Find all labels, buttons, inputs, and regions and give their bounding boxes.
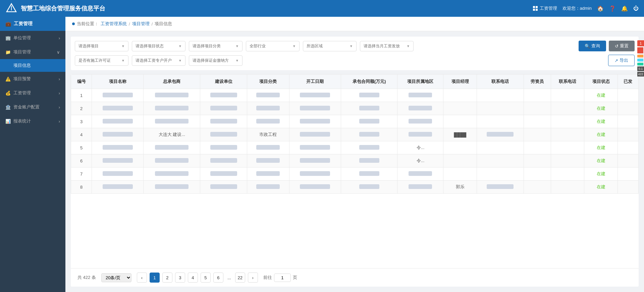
table-row[interactable]: 7 在建 xyxy=(71,167,639,181)
table-row[interactable]: 8 郭乐 在建 xyxy=(71,181,639,194)
sidebar-item-salary-mgmt[interactable]: 💰 工资管理 › xyxy=(0,86,65,100)
table-header-row: 编号 项目名称 总承包商 建设单位 项目分类 开工日期 承包合同额(万元) 项目… xyxy=(71,75,639,89)
page-goto-input[interactable] xyxy=(274,274,291,282)
sidebar-item-unit-mgmt[interactable]: 🏢 单位管理 › xyxy=(0,31,65,45)
chevron-down-icon: ▼ xyxy=(292,44,296,48)
panel-blue-item[interactable] xyxy=(637,59,643,61)
data-table-container: 编号 项目名称 总承包商 建设单位 项目分类 开工日期 承包合同额(万元) 项目… xyxy=(71,74,639,287)
salary-account-select[interactable]: 请选择工资专户开户 ▼ xyxy=(132,55,185,66)
cell-contractor: 大连大 建设... xyxy=(144,128,200,141)
col-category: 项目分类 xyxy=(247,75,289,89)
breadcrumb-sep-1: / xyxy=(129,21,130,27)
guarantee-payment-select[interactable]: 请选择保证金缴纳方 ▼ xyxy=(189,55,243,66)
construction-permit-select[interactable]: 是否有施工许可证 ▼ xyxy=(75,55,128,66)
cell-labor-phone xyxy=(551,89,584,102)
table-row[interactable]: 3 在建 xyxy=(71,115,639,128)
prev-page-button[interactable]: ‹ xyxy=(137,273,147,283)
cell-start-date xyxy=(289,115,341,128)
table-row[interactable]: 2 在建 xyxy=(71,102,639,115)
next-page-button[interactable]: › xyxy=(248,273,258,283)
col-name: 项目名称 xyxy=(92,75,144,89)
cell-builder xyxy=(200,128,247,141)
industry-select[interactable]: 全部行业 ▼ xyxy=(246,41,300,51)
col-contract-amount: 承包合同额(万元) xyxy=(341,75,397,89)
sidebar-item-project-info[interactable]: 项目信息 xyxy=(0,59,65,72)
page-size-select[interactable]: 20条/页 50条/页 100条/页 xyxy=(101,273,131,282)
chevron-right-icon: › xyxy=(59,91,60,96)
region-select[interactable]: 所选区域 ▼ xyxy=(303,41,357,51)
panel-red-item[interactable] xyxy=(637,47,643,53)
page-6-button[interactable]: 6 xyxy=(213,273,223,283)
sidebar-item-fund-account[interactable]: 🏦 资金账户配置 › xyxy=(0,100,65,114)
col-manager: 项目经理 xyxy=(443,75,477,89)
table-row[interactable]: 4 大连大 建设... 市政工程 ████ 在建 xyxy=(71,128,639,141)
cell-id: 5 xyxy=(71,141,92,154)
cell-region xyxy=(397,181,443,194)
col-region: 项目所属地区 xyxy=(397,75,443,89)
cell-start-date xyxy=(289,167,341,181)
sidebar-item-project-warning[interactable]: ⚠️ 项目预警 › xyxy=(0,72,65,86)
cell-id: 1 xyxy=(71,89,92,102)
cell-issued xyxy=(618,167,638,181)
project-status-select[interactable]: 请选择项目状态 ▼ xyxy=(132,41,185,51)
cell-start-date xyxy=(289,128,341,141)
table-row[interactable]: 1 在建 xyxy=(71,89,639,102)
query-button[interactable]: 🔍 查询 xyxy=(579,41,606,51)
help-icon[interactable]: ❓ xyxy=(609,5,616,12)
col-id: 编号 xyxy=(71,75,92,89)
home-icon[interactable]: 🏠 xyxy=(597,5,604,12)
reset-button[interactable]: ↺ 重置 xyxy=(609,41,635,51)
cell-region xyxy=(397,89,443,102)
panel-orange-item[interactable] xyxy=(637,55,643,57)
panel-green-item[interactable] xyxy=(637,63,643,65)
sidebar-item-report-stats[interactable]: 📊 报表统计 › xyxy=(0,114,65,128)
filter-row-2: 是否有施工许可证 ▼ 请选择工资专户开户 ▼ 请选择保证金缴纳方 ▼ ↗ xyxy=(75,55,635,66)
salary-month-select[interactable]: 请选择当月工资发放 ▼ xyxy=(360,41,414,51)
panel-badge: 1 xyxy=(637,40,644,46)
cell-issued xyxy=(618,89,638,102)
filter-row-1: 请选择项目 ▼ 请选择项目状态 ▼ 请选择项目分类 ▼ 全部行业 ▼ xyxy=(75,41,635,51)
cell-start-date xyxy=(289,89,341,102)
cell-issued xyxy=(618,141,638,154)
page-2-button[interactable]: 2 xyxy=(162,273,172,283)
cell-region xyxy=(397,115,443,128)
table-wrapper[interactable]: 编号 项目名称 总承包商 建设单位 项目分类 开工日期 承包合同额(万元) 项目… xyxy=(71,74,639,268)
project-select[interactable]: 请选择项目 ▼ xyxy=(75,41,128,51)
page-4-button[interactable]: 4 xyxy=(188,273,198,283)
filter-actions: 🔍 查询 ↺ 重置 xyxy=(579,41,635,51)
cell-phone xyxy=(477,89,524,102)
page-1-button[interactable]: 1 xyxy=(150,273,160,283)
page-5-button[interactable]: 5 xyxy=(201,273,211,283)
col-contractor: 总承包商 xyxy=(144,75,200,89)
layout: 💼 工资管理 🏢 单位管理 › 📁 项目管理 ∨ 项目信息 ⚠️ 项目预警 xyxy=(0,17,644,292)
building-icon: 🏢 xyxy=(5,36,11,41)
project-category-select[interactable]: 请选择项目分类 ▼ xyxy=(189,41,243,51)
cell-name xyxy=(92,181,144,194)
cell-start-date xyxy=(289,181,341,194)
breadcrumb-item-3: 项目信息 xyxy=(155,21,172,27)
grid-icon xyxy=(533,6,538,11)
col-builder: 建设单位 xyxy=(200,75,247,89)
notification-icon[interactable]: 🔔 xyxy=(621,5,628,12)
page-22-button[interactable]: 22 xyxy=(235,273,245,283)
table-row[interactable]: 5 令... 在建 xyxy=(71,141,639,154)
export-button[interactable]: ↗ 导出 xyxy=(608,55,635,66)
cell-category xyxy=(247,141,289,154)
cell-category xyxy=(247,181,289,194)
power-icon[interactable]: ⏻ xyxy=(633,5,639,11)
export-icon: ↗ xyxy=(614,58,618,63)
page-ellipsis: ... xyxy=(226,275,232,280)
sidebar-item-project-mgmt[interactable]: 📁 项目管理 ∨ xyxy=(0,45,65,59)
cell-issued xyxy=(618,154,638,167)
cell-name xyxy=(92,141,144,154)
cell-contractor xyxy=(144,89,200,102)
module-switcher[interactable]: 工资管理 xyxy=(533,5,557,11)
fund-icon: 🏦 xyxy=(5,105,11,110)
search-icon: 🔍 xyxy=(585,44,590,49)
breadcrumb-item-2[interactable]: 项目管理 xyxy=(132,21,150,27)
cell-builder xyxy=(200,167,247,181)
breadcrumb-item-1[interactable]: 工资管理系统 xyxy=(101,21,127,27)
page-3-button[interactable]: 3 xyxy=(175,273,185,283)
cell-category xyxy=(247,167,289,181)
table-row[interactable]: 6 令... 在建 xyxy=(71,154,639,167)
